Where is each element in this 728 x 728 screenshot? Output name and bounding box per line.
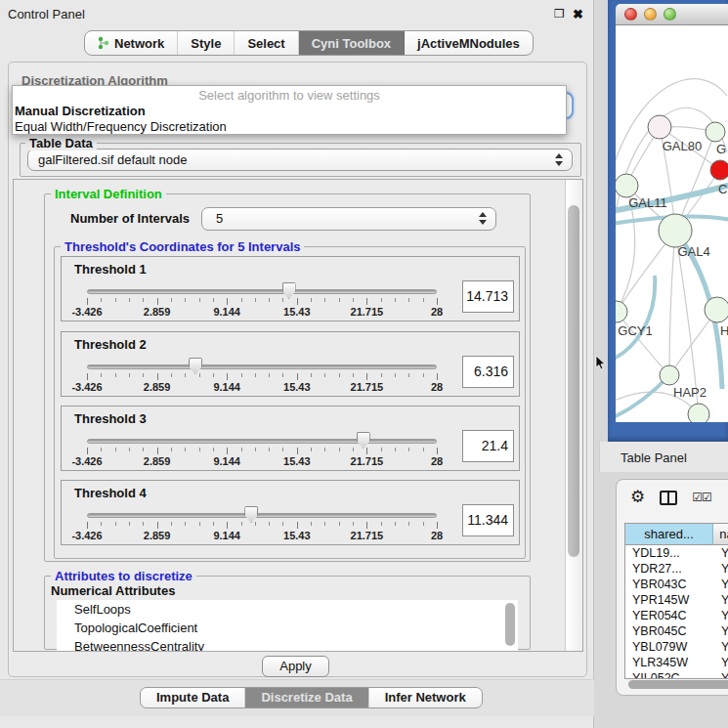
settings-vertical-scrollbar[interactable] xyxy=(565,180,582,651)
table-panel-card: ⚙ ☑☑ shared... na YDL19...YDL1YDR27...YD… xyxy=(616,479,728,696)
algorithm-option[interactable]: Equal Width/Frequency Discretization xyxy=(13,118,566,134)
mouse-cursor xyxy=(595,356,607,371)
threshold-value-field[interactable]: 6.316 xyxy=(462,356,514,388)
threshold-slider-track[interactable] xyxy=(87,439,437,444)
tick-label: -3.426 xyxy=(71,455,102,467)
network-window-titlebar[interactable] xyxy=(616,4,728,25)
threshold-slider-track[interactable] xyxy=(87,513,437,518)
cell-name[interactable]: YIL0 xyxy=(713,670,728,679)
scrollbar-thumb[interactable] xyxy=(568,205,579,557)
threshold-panel: Threshold 2 -3.4262.8599.14415.4321.7152… xyxy=(61,331,520,397)
threshold-slider-thumb[interactable] xyxy=(357,432,370,449)
table-data-combobox[interactable]: galFiltered.sif default node xyxy=(27,149,573,171)
cell-name[interactable]: YDR2 xyxy=(713,561,728,577)
cell-shared-name[interactable]: YLR345W xyxy=(625,655,713,670)
table-row[interactable]: YBR043CYBR0 xyxy=(625,577,728,592)
tick-label: 2.859 xyxy=(144,381,171,393)
numerical-attributes-list[interactable]: SelfLoopsTopologicalCoefficientBetweenne… xyxy=(57,600,518,651)
cell-name[interactable]: YBR0 xyxy=(713,623,728,639)
tab-select[interactable]: Select xyxy=(235,31,298,55)
control-panel-titlebar: Control Panel ❒ ✖ xyxy=(0,0,593,27)
threshold-value-field[interactable]: 11.344 xyxy=(462,504,514,536)
cell-shared-name[interactable]: YPR145W xyxy=(625,592,713,608)
table-row[interactable]: YDL19...YDL1 xyxy=(625,545,728,561)
network-node-h[interactable] xyxy=(705,297,728,322)
node-label: G xyxy=(716,142,726,156)
table-row[interactable]: YBR045CYBR0 xyxy=(625,623,728,639)
table-row[interactable]: YLR345WYLR3 xyxy=(625,655,728,670)
threshold-slider-track[interactable] xyxy=(87,289,437,294)
columns-layout-icon[interactable] xyxy=(660,491,677,505)
table-row[interactable]: YIL052CYIL0 xyxy=(625,670,728,679)
mac-close-icon[interactable] xyxy=(624,8,637,21)
network-node-gal4[interactable] xyxy=(659,214,692,247)
algorithm-option[interactable]: Manual Discretization xyxy=(13,103,566,118)
close-window-icon[interactable]: ✖ xyxy=(571,7,585,21)
network-node-gal80[interactable] xyxy=(648,115,671,139)
threshold-slider-thumb[interactable] xyxy=(244,506,258,523)
cell-shared-name[interactable]: YER054C xyxy=(625,608,713,623)
column-header-shared-name[interactable]: shared... xyxy=(625,524,713,545)
cell-name[interactable]: YER0 xyxy=(713,608,728,623)
table-row[interactable]: YPR145WYPR1 xyxy=(625,592,728,608)
cell-shared-name[interactable]: YDL19... xyxy=(625,545,713,561)
mac-minimize-icon[interactable] xyxy=(644,8,657,21)
network-node[interactable] xyxy=(688,404,709,422)
tab-jactivemnodules[interactable]: jActiveMNodules xyxy=(405,31,533,55)
tab-cyni-toolbox[interactable]: Cyni Toolbox xyxy=(299,31,405,55)
network-node-hap2[interactable] xyxy=(660,365,679,385)
network-canvas[interactable]: GAL80GCGAL11GAL4GCY1HHAP2 xyxy=(616,25,728,422)
cell-name[interactable]: YBR0 xyxy=(713,577,728,592)
num-intervals-spinner[interactable]: 5 xyxy=(201,207,496,231)
tab-discretize-data[interactable]: Discretize Data xyxy=(245,688,368,707)
cyni-bottom-tabs: Impute DataDiscretize DataInfer Network xyxy=(140,687,483,708)
network-node-c[interactable] xyxy=(710,160,728,180)
column-header-name[interactable]: na xyxy=(713,524,728,545)
table-horizontal-scrollbar[interactable] xyxy=(626,680,728,690)
apply-button[interactable]: Apply xyxy=(262,656,329,677)
slider-ticks xyxy=(87,373,438,380)
gear-icon[interactable]: ⚙ xyxy=(630,489,645,506)
threshold-slider-track[interactable] xyxy=(87,364,437,369)
cell-name[interactable]: YBL0 xyxy=(713,639,728,655)
attribute-list-item[interactable]: TopologicalCoefficient xyxy=(57,619,518,637)
control-panel-window: Control Panel ❒ ✖ NetworkStyleSelectCyni… xyxy=(0,0,594,728)
cell-shared-name[interactable]: YIL052C xyxy=(625,670,713,679)
num-intervals-value: 5 xyxy=(216,211,223,226)
threshold-panel: Threshold 3 -3.4262.8599.14415.4321.7152… xyxy=(61,406,520,471)
spinner-arrows-icon xyxy=(479,212,487,225)
table-toolbar: ⚙ ☑☑ xyxy=(630,489,711,506)
network-node-gal11[interactable] xyxy=(616,174,638,197)
attribute-list-item[interactable]: SelfLoops xyxy=(57,600,518,619)
tick-label: -3.426 xyxy=(71,530,102,541)
threshold-slider-thumb[interactable] xyxy=(282,282,296,299)
cell-shared-name[interactable]: YDR27... xyxy=(625,561,713,577)
tab-impute-data[interactable]: Impute Data xyxy=(141,688,245,707)
threshold-slider-thumb[interactable] xyxy=(189,358,202,374)
threshold-value-field[interactable]: 14.713 xyxy=(462,280,514,313)
attributes-scrollbar-thumb[interactable] xyxy=(505,603,515,646)
cell-shared-name[interactable]: YBL079W xyxy=(625,639,713,655)
mac-zoom-icon[interactable] xyxy=(664,8,676,21)
attribute-list-item[interactable]: BetweennessCentrality xyxy=(57,637,518,651)
slider-tick-labels: -3.4262.8599.14415.4321.71528 xyxy=(87,306,438,318)
node-label: C xyxy=(718,182,727,196)
table-row[interactable]: YER054CYER0 xyxy=(625,608,728,623)
node-attribute-table: shared... na YDL19...YDL1YDR27...YDR2YBR… xyxy=(624,523,728,679)
checkboxes-icon[interactable]: ☑☑ xyxy=(692,491,711,504)
network-node-g[interactable] xyxy=(706,122,725,142)
threshold-value-field[interactable]: 21.4 xyxy=(462,430,514,462)
cell-name[interactable]: YDL1 xyxy=(713,545,728,561)
tab-infer-network[interactable]: Infer Network xyxy=(369,688,482,707)
float-window-icon[interactable]: ❒ xyxy=(552,7,567,21)
tab-style[interactable]: Style xyxy=(178,31,235,55)
hscrollbar-thumb[interactable] xyxy=(628,680,728,689)
tab-network[interactable]: Network xyxy=(85,31,178,55)
network-node-gcy1[interactable] xyxy=(616,301,627,322)
cell-shared-name[interactable]: YBR043C xyxy=(625,577,713,592)
cell-name[interactable]: YPR1 xyxy=(713,592,728,608)
cell-shared-name[interactable]: YBR045C xyxy=(625,623,713,639)
table-row[interactable]: YDR27...YDR2 xyxy=(625,561,728,577)
table-row[interactable]: YBL079WYBL0 xyxy=(625,639,728,655)
cell-name[interactable]: YLR3 xyxy=(713,655,728,670)
